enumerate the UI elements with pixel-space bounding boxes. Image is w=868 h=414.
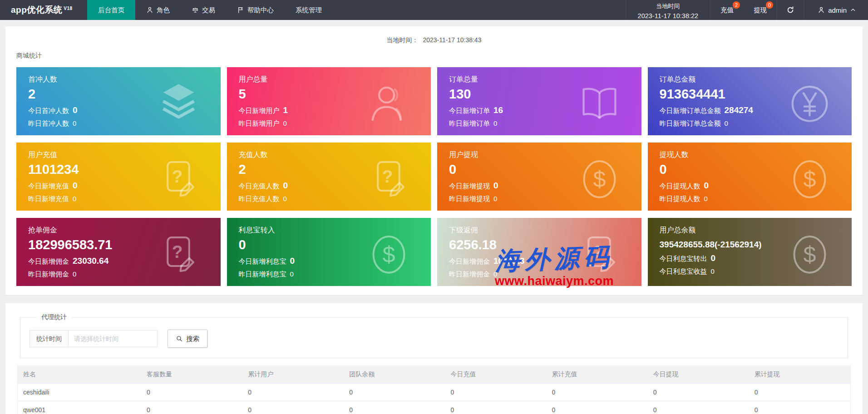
chevron-up-icon <box>850 7 856 13</box>
local-time-block: 当地时间 2023-11-17 10:38:22 <box>626 0 711 20</box>
withdraw-label: 提现 <box>754 6 767 15</box>
yesterday-label: 昨日新增利息宝 <box>239 270 286 279</box>
local-time-label: 当地时间 <box>638 2 699 11</box>
table-cell: 0 <box>648 383 749 401</box>
nav-item-0[interactable]: 后台首页 <box>87 0 135 20</box>
stat-time-label: 统计时间 <box>30 330 69 347</box>
nav-item-3[interactable]: 帮助中心 <box>226 0 285 20</box>
table-row[interactable]: qwe0010000000 <box>18 401 850 414</box>
withdraw-button[interactable]: 提现 0 <box>744 0 777 20</box>
yesterday-value: 0 <box>493 270 497 278</box>
svg-text:$: $ <box>593 166 606 192</box>
table-cell: 0 <box>344 383 445 401</box>
yen-icon <box>788 82 832 126</box>
nav-item-label: 系统管理 <box>296 6 322 15</box>
stat-cards-grid: 首冲人数2今日首冲人数0昨日首冲人数0用户总量5今日新增用户1昨日新增用户0订单… <box>11 67 857 286</box>
table-cell: 0 <box>141 401 242 414</box>
stat-card-9: 利息宝转入0今日新增利息宝0昨日新增利息宝0$ <box>227 218 431 286</box>
top-navbar: app优化系统 V18 后台首页角色交易帮助中心系统管理 当地时间 2023-1… <box>0 0 868 20</box>
doc-icon: ? <box>367 157 411 201</box>
yesterday-value: 0 <box>711 267 715 275</box>
table-cell: 0 <box>749 383 850 401</box>
today-label: 今日新增订单总金额 <box>660 107 721 115</box>
nav-menu: 后台首页角色交易帮助中心系统管理 <box>87 0 333 20</box>
table-cell: 0 <box>648 401 749 414</box>
svg-text:$: $ <box>803 166 816 192</box>
yesterday-value: 0 <box>283 195 287 202</box>
today-label: 今日首冲人数 <box>28 107 69 115</box>
table-header-cell: 今日充值 <box>445 366 546 383</box>
recharge-button[interactable]: 充值 2 <box>710 0 744 20</box>
today-label: 今日新增用户 <box>239 107 280 115</box>
stat-time-input[interactable] <box>69 330 158 347</box>
stat-card-4: 用户充值1101234今日新增充值0昨日新增充值0? <box>16 143 221 211</box>
table-cell: 0 <box>445 383 546 401</box>
agent-table-header-row: 姓名客服数量累计用户团队余额今日充值累计充值今日提现累计提现 <box>18 366 850 383</box>
dollar-icon: $ <box>367 232 411 276</box>
nav-item-label: 交易 <box>202 6 215 15</box>
nav-item-1[interactable]: 角色 <box>135 0 181 20</box>
dollar-icon: $ <box>577 157 621 201</box>
today-label: 今日利息宝转出 <box>660 255 707 263</box>
table-cell: 0 <box>344 401 445 414</box>
table-cell: 0 <box>547 383 648 401</box>
withdraw-badge: 0 <box>766 1 773 9</box>
svg-text:?: ? <box>382 167 393 186</box>
table-header-cell: 今日提现 <box>648 366 749 383</box>
doc-icon: ? <box>157 157 201 201</box>
content-time-label: 当地时间： <box>387 36 419 44</box>
nav-item-2[interactable]: 交易 <box>181 0 226 20</box>
table-header-cell: 累计提现 <box>749 366 850 383</box>
local-time-value: 2023-11-17 10:38:22 <box>638 11 699 21</box>
yesterday-label: 昨日新增佣金 <box>449 270 490 279</box>
recharge-badge: 2 <box>733 1 740 9</box>
yesterday-label: 昨日新增订单 <box>449 119 490 128</box>
stat-card-2: 订单总量130今日新增订单16昨日新增订单0 <box>437 67 641 135</box>
agent-table: 姓名客服数量累计用户团队余额今日充值累计充值今日提现累计提现 ceshidail… <box>18 366 850 414</box>
nav-item-4[interactable]: 系统管理 <box>285 0 333 20</box>
yesterday-value: 0 <box>73 270 76 278</box>
yesterday-label: 昨日新增用户 <box>239 119 280 128</box>
nav-item-label: 角色 <box>157 6 170 15</box>
stat-card-8: 抢单佣金182996583.71今日新增佣金23030.64昨日新增佣金0? <box>16 218 221 286</box>
today-value: 0 <box>283 181 288 191</box>
stat-card-1: 用户总量5今日新增用户1昨日新增用户0 <box>227 67 431 135</box>
table-header-cell: 累计用户 <box>242 366 344 383</box>
content-time-value: 2023-11-17 10:38:43 <box>423 36 481 44</box>
stat-card-10: 下级返佣6256.18今日新增佣金1042.13昨日新增佣金0? <box>437 218 641 286</box>
today-value: 1 <box>283 105 288 115</box>
table-cell: 0 <box>242 383 344 401</box>
yesterday-value: 0 <box>290 270 294 278</box>
content-local-time: 当地时间： 2023-11-17 10:38:43 <box>11 32 857 50</box>
today-label: 今日新增充值 <box>28 182 69 191</box>
nav-item-label: 帮助中心 <box>247 6 274 15</box>
today-value: 0 <box>73 105 78 115</box>
table-row[interactable]: ceshidaili0000000 <box>18 383 850 401</box>
search-button[interactable]: 搜索 <box>168 330 207 348</box>
recharge-label: 充值 <box>720 6 734 15</box>
today-label: 今日新增佣金 <box>449 257 490 266</box>
svg-text:$: $ <box>382 242 395 267</box>
yesterday-label: 今日利息宝收益 <box>660 267 707 276</box>
agent-fieldset: 代理统计 统计时间 搜索 <box>20 313 848 358</box>
dollar-icon: $ <box>788 232 832 276</box>
dollar-icon: $ <box>788 157 832 201</box>
yesterday-value: 0 <box>493 195 497 202</box>
stat-card-11: 用户总余额395428655.88(-21562914)今日利息宝转出0今日利息… <box>648 218 852 286</box>
table-header-cell: 客服数量 <box>141 366 242 383</box>
table-cell: 0 <box>242 401 344 414</box>
book-icon <box>577 82 621 126</box>
yesterday-label: 昨日提现人数 <box>660 195 700 203</box>
today-label: 今日提现人数 <box>660 182 700 191</box>
refresh-button[interactable] <box>777 0 804 20</box>
stat-card-5: 充值人数2今日充值人数0昨日充值人数0? <box>227 143 431 211</box>
flag-icon <box>237 6 244 14</box>
yesterday-label: 昨日新增充值 <box>28 195 69 203</box>
user-icon <box>146 6 153 14</box>
yesterday-label: 昨日首冲人数 <box>28 119 69 128</box>
agent-filter-row: 统计时间 搜索 <box>30 330 838 348</box>
doc-icon: ? <box>577 232 621 276</box>
today-label: 今日新增提现 <box>449 182 490 191</box>
yesterday-label: 昨日新增佣金 <box>28 270 69 279</box>
user-menu[interactable]: admin <box>804 0 868 20</box>
